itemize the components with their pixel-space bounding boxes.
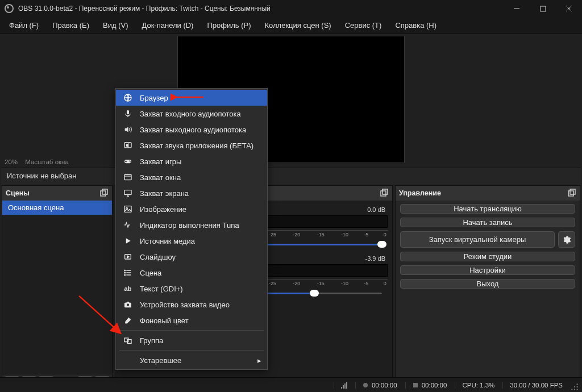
stream-status: 00:00:00	[405, 382, 447, 389]
menu-view[interactable]: Вид (V)	[96, 18, 135, 33]
menu-bar: Файл (F) Правка (E) Вид (V) Док-панели (…	[0, 17, 582, 34]
menu-item-label: Индикатор выполнения Tuna	[140, 221, 239, 230]
svg-point-13	[577, 389, 578, 390]
popout-icon[interactable]	[567, 189, 576, 198]
source-option-window[interactable]: Захват окна	[116, 169, 267, 185]
settings-button[interactable]: Настройки	[400, 265, 575, 275]
menu-item-label: Захват игры	[140, 157, 181, 166]
menu-item-label: Фоновый цвет	[140, 316, 189, 325]
menu-item-label: Захват экрана	[140, 189, 189, 198]
menu-scenecol[interactable]: Коллекция сцен (S)	[258, 18, 338, 33]
scenes-body: Основная сцена	[2, 201, 112, 374]
source-option-image[interactable]: Изображение	[116, 201, 267, 217]
menu-profile[interactable]: Профиль (P)	[200, 18, 257, 33]
menu-edit[interactable]: Правка (E)	[45, 18, 96, 33]
source-option-app-audio[interactable]: Захват звука приложения (БЕТА)	[116, 137, 267, 153]
svg-rect-0	[541, 6, 546, 11]
record-dot-icon	[363, 382, 368, 388]
menu-tools[interactable]: Сервис (T)	[338, 18, 389, 33]
menu-docks[interactable]: Док-панели (D)	[135, 18, 201, 33]
zoom-value: 20%	[5, 159, 18, 165]
menu-item-label: Источник медиа	[140, 237, 195, 245]
gain-readout: 0.0 dB	[367, 206, 385, 213]
source-option-camera[interactable]: Устройство захвата видео	[116, 297, 267, 312]
source-option-monitor[interactable]: Захват экрана	[116, 185, 267, 201]
text-icon: ab	[123, 283, 133, 294]
svg-point-27	[124, 270, 126, 271]
source-status-bar: Источник не выбран	[1, 168, 581, 185]
svg-rect-24	[124, 206, 131, 212]
svg-point-28	[124, 272, 126, 273]
svg-rect-22	[124, 174, 131, 180]
controls-header[interactable]: Управление	[396, 186, 580, 201]
controls-title: Управление	[399, 189, 441, 197]
source-option-play[interactable]: Источник медиа	[116, 233, 267, 249]
scenes-dock: Сцены Основная сцена	[2, 185, 113, 390]
slides-icon	[123, 252, 133, 262]
svg-point-15	[571, 389, 572, 390]
mic-icon	[123, 109, 133, 119]
resize-grip-icon[interactable]	[571, 383, 579, 391]
source-option-mic[interactable]: Захват входного аудиопотока	[116, 106, 267, 122]
source-option-speaker[interactable]: Захват выходного аудиопотока	[116, 122, 267, 137]
scenes-title: Сцены	[6, 189, 30, 197]
source-option-text[interactable]: abТекст (GDI+)	[116, 281, 267, 297]
source-option-group[interactable]: Группа	[116, 332, 267, 348]
close-button[interactable]	[556, 0, 582, 17]
menu-help[interactable]: Справка (H)	[388, 18, 443, 33]
add-source-context-menu: БраузерЗахват входного аудиопотокаЗахват…	[115, 88, 268, 370]
source-option-list[interactable]: Сцена	[116, 265, 267, 281]
menu-item-label: Захват звука приложения (БЕТА)	[140, 141, 253, 150]
gamepad-icon	[123, 156, 133, 166]
source-option-deprecated[interactable]: Устаревшее▸	[116, 352, 267, 368]
start-stream-button[interactable]: Начать трансляцию	[400, 204, 575, 214]
menu-item-label: Сцена	[140, 269, 161, 277]
svg-point-21	[130, 161, 131, 162]
scene-item-main[interactable]: Основная сцена	[2, 201, 112, 215]
source-option-wave[interactable]: Индикатор выполнения Tuna	[116, 217, 267, 233]
brush-icon	[123, 315, 133, 326]
svg-point-14	[574, 389, 575, 390]
menu-separator	[119, 350, 264, 351]
source-option-globe[interactable]: Браузер	[116, 90, 267, 106]
studio-mode-button[interactable]: Режим студии	[400, 252, 575, 261]
window-icon	[123, 172, 133, 182]
speaker-icon	[123, 124, 133, 135]
gear-icon	[562, 235, 571, 244]
stream-icon	[413, 382, 418, 388]
preview-scale-label: 20% Масштаб окна	[5, 159, 69, 165]
menu-file[interactable]: Файл (F)	[2, 18, 45, 33]
scenes-header[interactable]: Сцены	[2, 186, 112, 201]
wave-icon	[123, 220, 133, 230]
svg-rect-9	[413, 383, 418, 387]
minimize-button[interactable]	[504, 0, 530, 17]
monitor-icon	[123, 188, 133, 198]
maximize-button[interactable]	[530, 0, 556, 17]
gain-readout: -3.9 dB	[365, 255, 385, 262]
source-option-gamepad[interactable]: Захват игры	[116, 153, 267, 169]
exit-button[interactable]: Выход	[400, 279, 575, 289]
popout-icon[interactable]	[380, 189, 389, 198]
menu-item-label: Устройство захвата видео	[140, 301, 230, 309]
menu-item-label: Захват выходного аудиопотока	[140, 126, 246, 134]
start-record-button[interactable]: Начать запись	[400, 218, 575, 227]
svg-point-30	[127, 304, 129, 306]
controls-dock: Управление Начать трансляцию Начать запи…	[395, 185, 580, 390]
cpu-status: CPU: 1.3%	[455, 382, 494, 389]
popout-icon[interactable]	[99, 189, 109, 198]
menu-item-label: Изображение	[140, 205, 186, 214]
virtualcam-settings-button[interactable]	[558, 231, 575, 248]
image-icon	[123, 204, 133, 214]
menu-item-label: Захват входного аудиопотока	[140, 110, 241, 118]
source-option-brush[interactable]: Фоновый цвет	[116, 312, 267, 328]
svg-rect-2	[102, 189, 107, 194]
start-virtualcam-button[interactable]: Запуск виртуальной камеры	[400, 231, 555, 248]
source-option-slides[interactable]: Слайдшоу	[116, 249, 267, 265]
menu-item-label: Браузер	[140, 94, 168, 102]
zoom-label: Масштаб окна	[25, 159, 69, 165]
svg-rect-17	[127, 110, 129, 114]
preview-panel[interactable]: 20% Масштаб окна	[0, 34, 582, 166]
svg-point-29	[124, 274, 126, 276]
blank-icon	[123, 355, 133, 365]
group-icon	[123, 335, 133, 345]
